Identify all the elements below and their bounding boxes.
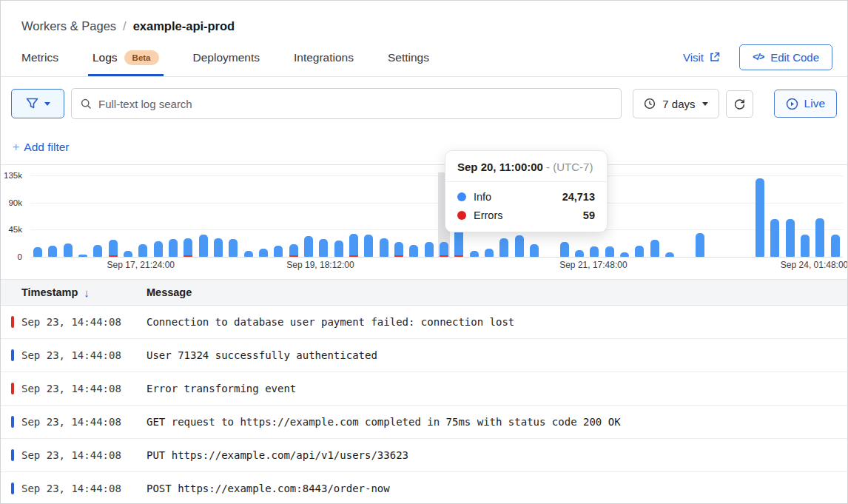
- tab-label: Integrations: [294, 51, 354, 64]
- chart-bar-slot[interactable]: [45, 175, 60, 257]
- x-axis-tick: Sep 21, 17:48:00: [559, 260, 627, 270]
- chart-bar-slot[interactable]: [737, 175, 752, 257]
- chart-bar-slot[interactable]: [346, 175, 361, 257]
- chart-bar-slot[interactable]: [722, 175, 737, 257]
- chart-bar-slot[interactable]: [782, 175, 797, 257]
- tab-settings[interactable]: Settings: [388, 44, 429, 76]
- chart-bar: [169, 239, 178, 257]
- chart-bar-slot[interactable]: [361, 175, 376, 257]
- chart-bar-slot[interactable]: [767, 175, 782, 257]
- funnel-icon: [26, 98, 38, 110]
- sort-descending-icon[interactable]: ↓: [84, 286, 90, 299]
- chart-bar: [274, 246, 283, 257]
- chart-bar-error-segment: [440, 255, 448, 257]
- chart-bar-slot[interactable]: [406, 175, 421, 257]
- tooltip-timestamp: Sep 20, 11:00:00: [457, 161, 543, 173]
- chart-bar-slot[interactable]: [662, 175, 677, 257]
- tooltip-divider: [445, 181, 607, 182]
- x-axis-tick: Sep 19, 18:12:00: [286, 260, 354, 270]
- breadcrumb-section[interactable]: Workers & Pages: [21, 19, 116, 33]
- chart-bar-slot[interactable]: [827, 175, 842, 257]
- chart-bar-slot[interactable]: [181, 175, 195, 257]
- chart-bar-slot[interactable]: [286, 175, 301, 257]
- log-timestamp: Sep 23, 14:44:08: [1, 449, 147, 461]
- chart-bar-slot[interactable]: [391, 175, 406, 257]
- log-message: POST https://example.com:8443/order-now: [147, 483, 847, 494]
- chart-bar-slot[interactable]: [798, 175, 812, 257]
- chart-bar-error-segment: [394, 255, 403, 257]
- chart-bar-slot[interactable]: [121, 175, 135, 257]
- tooltip-errors-row: Errors 59: [457, 209, 595, 221]
- chart-bar-slot[interactable]: [617, 175, 632, 257]
- log-row[interactable]: Sep 23, 14:44:08POST https://example.com…: [1, 472, 847, 504]
- chart-bar-slot[interactable]: [707, 175, 722, 257]
- log-row[interactable]: Sep 23, 14:44:08PUT https://example.com/…: [1, 439, 847, 472]
- chart-bar-slot[interactable]: [166, 175, 181, 257]
- chart-bar-slot[interactable]: [692, 175, 707, 257]
- refresh-button[interactable]: [726, 90, 753, 118]
- chart-bar-slot[interactable]: [75, 175, 90, 257]
- tooltip-info-row: Info 24,713: [457, 191, 595, 203]
- chart-bar-slot[interactable]: [632, 175, 647, 257]
- chart-bar: [409, 245, 418, 257]
- chart-bar-slot[interactable]: [226, 175, 240, 257]
- chart-bar-slot[interactable]: [256, 175, 271, 257]
- external-link-icon: [710, 52, 720, 62]
- log-row[interactable]: Sep 23, 14:44:08Error transforming event: [1, 372, 847, 406]
- tab-integrations[interactable]: Integrations: [294, 44, 354, 76]
- chart-bar-slot[interactable]: [135, 175, 150, 257]
- tab-deployments[interactable]: Deployments: [193, 44, 260, 76]
- chart-bar-slot[interactable]: [316, 175, 331, 257]
- chart-bar: [770, 219, 779, 257]
- filter-dropdown-button[interactable]: [11, 89, 64, 118]
- chart-bar: [138, 244, 147, 257]
- tabs: Metrics Logs Beta Deployments Integratio…: [21, 44, 429, 76]
- chart-bar-slot[interactable]: [211, 175, 226, 257]
- log-row[interactable]: Sep 23, 14:44:08GET request to https://e…: [1, 406, 847, 439]
- log-level-indicator-info: [11, 349, 14, 361]
- chart-bar: [575, 250, 584, 257]
- tab-metrics[interactable]: Metrics: [21, 44, 58, 76]
- chart-bar-slot[interactable]: [271, 175, 286, 257]
- chart-bar: [109, 240, 118, 257]
- log-level-indicator-error: [11, 316, 14, 328]
- chart-bar-error-segment: [454, 255, 463, 257]
- chart-bar: [214, 238, 223, 257]
- chart-bar-slot[interactable]: [30, 175, 45, 257]
- chart-bar-slot[interactable]: [61, 175, 75, 257]
- chart-bar-slot[interactable]: [753, 175, 767, 257]
- time-range-dropdown[interactable]: 7 days: [633, 89, 719, 118]
- chart-bar: [815, 218, 824, 257]
- chart-bar-error-segment: [109, 255, 118, 257]
- chart-bar-slot[interactable]: [377, 175, 391, 257]
- chart-bar-slot[interactable]: [812, 175, 827, 257]
- search-input[interactable]: [98, 98, 612, 110]
- info-dot-icon: [457, 192, 466, 201]
- log-message: Connection to database user_payment fail…: [147, 316, 847, 328]
- chart-bar-slot[interactable]: [647, 175, 662, 257]
- log-row[interactable]: Sep 23, 14:44:08Connection to database u…: [1, 306, 847, 339]
- log-row[interactable]: Sep 23, 14:44:08User 71324 successfully …: [1, 339, 847, 372]
- chart-bar: [605, 246, 614, 257]
- log-table: Timestamp ↓ Message Sep 23, 14:44:08Conn…: [1, 279, 847, 504]
- add-filter-button[interactable]: + Add filter: [13, 141, 70, 154]
- chart-bar-slot[interactable]: [196, 175, 211, 257]
- log-message: Error transforming event: [147, 383, 847, 394]
- search-box[interactable]: [71, 88, 622, 119]
- edit-code-button[interactable]: </> Edit Code: [739, 44, 832, 70]
- tab-label: Metrics: [21, 51, 58, 64]
- chart-bar-slot[interactable]: [422, 175, 437, 257]
- chart-bar-error-segment: [289, 255, 298, 257]
- chart-bar-slot[interactable]: [151, 175, 166, 257]
- chart-bar-slot[interactable]: [301, 175, 316, 257]
- live-button[interactable]: Live: [774, 90, 837, 118]
- chart-bar-slot[interactable]: [332, 175, 346, 257]
- visit-link[interactable]: Visit: [683, 51, 720, 64]
- chart-bar: [425, 242, 434, 257]
- chart-bar-slot[interactable]: [106, 175, 121, 257]
- tab-logs[interactable]: Logs Beta: [92, 44, 159, 76]
- chart-bar-slot[interactable]: [677, 175, 692, 257]
- chart-bar-slot[interactable]: [241, 175, 256, 257]
- chart-bar-slot[interactable]: [90, 175, 105, 257]
- chart-x-axis: Sep 17, 21:24:00Sep 19, 18:12:00Sep 21, …: [30, 257, 843, 273]
